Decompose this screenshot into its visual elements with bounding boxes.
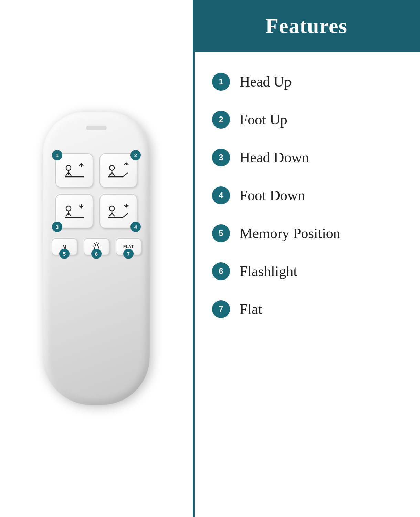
feature-label-4: Foot Down — [240, 187, 305, 204]
feature-label-7: Flat — [240, 301, 262, 317]
feature-label-2: Foot Up — [240, 111, 287, 128]
feature-item-5: 5 Memory Position — [212, 224, 403, 242]
foot-down-icon — [106, 201, 132, 222]
button-row-3: 5 M 6 — [52, 238, 141, 255]
foot-down-button[interactable]: 4 — [99, 194, 137, 229]
feature-label-6: Flashlight — [240, 263, 297, 280]
feature-badge-2: 2 — [212, 111, 230, 129]
badge-6: 6 — [91, 249, 102, 259]
button-row-1: 1 2 — [55, 153, 137, 188]
svg-line-29 — [98, 243, 99, 244]
feature-label-1: Head Up — [240, 73, 291, 90]
feature-badge-7: 7 — [212, 300, 230, 318]
feature-badge-6: 6 — [212, 262, 230, 280]
svg-line-11 — [123, 173, 128, 177]
button-row-2: 3 4 — [55, 194, 137, 229]
feature-badge-1: 1 — [212, 73, 230, 91]
remote-control: 1 2 — [43, 112, 150, 405]
feature-label-3: Head Down — [240, 149, 309, 166]
head-up-button[interactable]: 1 — [55, 153, 93, 188]
feature-badge-4: 4 — [212, 186, 230, 204]
feature-label-5: Memory Position — [240, 225, 340, 242]
badge-5: 5 — [59, 249, 70, 259]
badge-7: 7 — [123, 249, 134, 259]
memory-button[interactable]: 5 M — [52, 238, 77, 255]
feature-item-3: 3 Head Down — [212, 149, 403, 166]
svg-point-19 — [109, 206, 114, 211]
features-content: 1 Head Up 2 Foot Up 3 Head Down 4 Foot D… — [193, 52, 420, 517]
feature-item-2: 2 Foot Up — [212, 111, 403, 129]
svg-point-13 — [66, 206, 71, 211]
feature-badge-5: 5 — [212, 224, 230, 242]
head-down-icon — [62, 201, 87, 222]
feature-item-6: 6 Flashlight — [212, 262, 403, 280]
badge-1: 1 — [52, 150, 62, 160]
badge-2: 2 — [130, 150, 141, 160]
svg-point-6 — [109, 165, 114, 170]
feature-item-1: 1 Head Up — [212, 73, 403, 91]
head-up-icon — [62, 160, 87, 181]
badge-3: 3 — [52, 222, 62, 232]
left-panel: 1 2 — [0, 0, 193, 517]
features-header: Features — [193, 0, 420, 52]
right-panel: Features 1 Head Up 2 Foot Up 3 Head Down… — [193, 0, 420, 517]
svg-line-28 — [94, 243, 95, 244]
feature-item-7: 7 Flat — [212, 300, 403, 318]
flashlight-button[interactable]: 6 — [84, 238, 109, 255]
foot-up-icon — [106, 160, 132, 181]
badge-4: 4 — [130, 222, 141, 232]
head-down-button[interactable]: 3 — [55, 194, 93, 229]
foot-up-button[interactable]: 2 — [99, 153, 137, 188]
flat-button[interactable]: 7 FLAT — [116, 238, 141, 255]
svg-rect-26 — [95, 244, 97, 246]
feature-item-4: 4 Foot Down — [212, 186, 403, 204]
features-title: Features — [265, 14, 347, 38]
feature-badge-3: 3 — [212, 149, 230, 166]
svg-line-24 — [123, 213, 128, 217]
features-list: 1 Head Up 2 Foot Up 3 Head Down 4 Foot D… — [195, 52, 420, 517]
svg-point-0 — [66, 165, 71, 170]
